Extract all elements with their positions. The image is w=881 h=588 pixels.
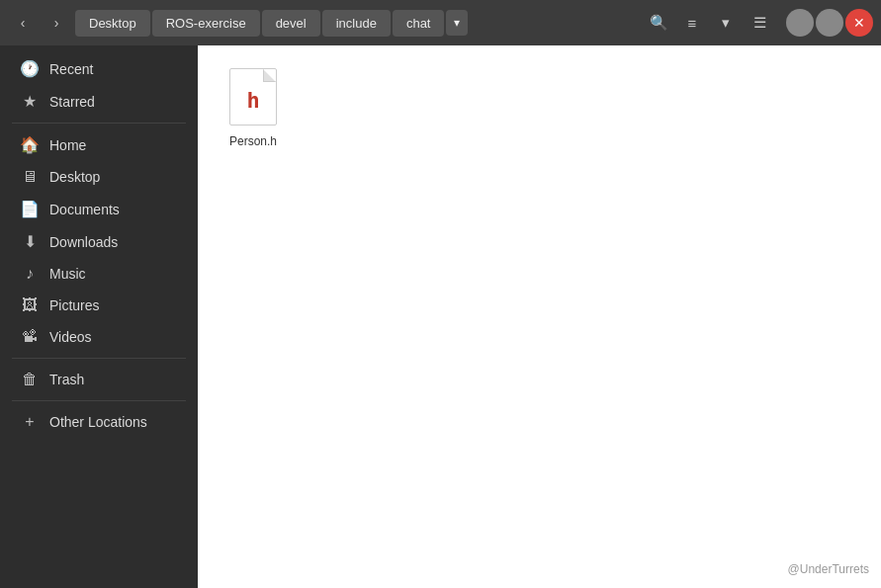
sidebar-item-trash-label: Trash bbox=[49, 372, 84, 387]
videos-icon: 📽 bbox=[20, 328, 40, 346]
desktop-icon: 🖥 bbox=[20, 168, 40, 186]
sidebar-item-pictures[interactable]: 🖼 Pictures bbox=[4, 291, 194, 320]
close-icon: ✕ bbox=[853, 15, 865, 31]
sidebar-item-music-label: Music bbox=[49, 266, 86, 282]
maximize-button[interactable]: □ bbox=[816, 9, 843, 37]
tab-include[interactable]: include bbox=[322, 10, 391, 37]
sidebar-item-videos[interactable]: 📽 Videos bbox=[4, 322, 194, 352]
sidebar-item-desktop-label: Desktop bbox=[49, 169, 100, 185]
sidebar-item-home[interactable]: 🏠 Home bbox=[4, 129, 194, 160]
sidebar-item-documents-label: Documents bbox=[49, 202, 120, 217]
main-content: 🕐 Recent ★ Starred 🏠 Home 🖥 Desktop 📄 Do… bbox=[0, 45, 881, 588]
nav-back-icon: ‹ bbox=[21, 15, 26, 31]
nav-forward-icon: › bbox=[54, 15, 59, 31]
sidebar-item-recent[interactable]: 🕐 Recent bbox=[4, 53, 194, 84]
tab-ros-exercise[interactable]: ROS-exercise bbox=[152, 10, 260, 37]
file-type-badge: h bbox=[246, 88, 259, 113]
file-icon-body: h bbox=[229, 68, 277, 126]
maximize-icon: □ bbox=[826, 16, 834, 31]
file-icon-person-h: h bbox=[226, 65, 280, 128]
sidebar-item-starred-label: Starred bbox=[49, 94, 95, 110]
minimize-button[interactable]: — bbox=[786, 9, 814, 37]
view-options-button[interactable]: ▾ bbox=[711, 8, 741, 38]
sidebar-item-downloads-label: Downloads bbox=[49, 234, 118, 250]
sidebar-item-trash[interactable]: 🗑 Trash bbox=[4, 365, 194, 394]
sidebar-item-pictures-label: Pictures bbox=[49, 297, 100, 313]
tab-desktop[interactable]: Desktop bbox=[75, 10, 150, 37]
watermark: @UnderTurrets bbox=[788, 562, 869, 576]
documents-icon: 📄 bbox=[20, 200, 40, 218]
list-item[interactable]: h Person.h bbox=[214, 61, 293, 152]
titlebar-actions: 🔍 ≡ ▾ ☰ bbox=[644, 8, 774, 38]
menu-button[interactable]: ☰ bbox=[745, 8, 774, 38]
sidebar-divider-1 bbox=[12, 123, 186, 124]
sidebar-item-documents[interactable]: 📄 Documents bbox=[4, 194, 194, 224]
file-area: h Person.h @UnderTurrets bbox=[198, 45, 881, 588]
view-options-icon: ▾ bbox=[722, 14, 730, 32]
sidebar-item-videos-label: Videos bbox=[49, 329, 92, 345]
breadcrumb-tabs: Desktop ROS-exercise devel include chat … bbox=[75, 10, 640, 37]
titlebar: ‹ › Desktop ROS-exercise devel include c… bbox=[0, 0, 881, 45]
tab-devel[interactable]: devel bbox=[262, 10, 320, 37]
sidebar: 🕐 Recent ★ Starred 🏠 Home 🖥 Desktop 📄 Do… bbox=[0, 45, 198, 588]
sidebar-item-home-label: Home bbox=[49, 137, 86, 153]
sidebar-item-downloads[interactable]: ⬇ Downloads bbox=[4, 226, 194, 257]
tab-dropdown-button[interactable]: ▾ bbox=[446, 10, 468, 36]
other-locations-icon: + bbox=[20, 413, 40, 431]
nav-back-button[interactable]: ‹ bbox=[8, 8, 38, 38]
music-icon: ♪ bbox=[20, 265, 40, 283]
sidebar-item-recent-label: Recent bbox=[49, 61, 93, 77]
downloads-icon: ⬇ bbox=[20, 232, 40, 251]
sidebar-item-other-locations-label: Other Locations bbox=[49, 414, 147, 430]
minimize-icon: — bbox=[794, 16, 807, 31]
starred-icon: ★ bbox=[20, 92, 40, 111]
home-icon: 🏠 bbox=[20, 135, 40, 154]
sidebar-item-starred[interactable]: ★ Starred bbox=[4, 86, 194, 117]
pictures-icon: 🖼 bbox=[20, 296, 40, 314]
tab-chat[interactable]: chat bbox=[393, 10, 445, 37]
sidebar-divider-3 bbox=[12, 400, 186, 401]
search-icon: 🔍 bbox=[650, 14, 668, 32]
nav-forward-button[interactable]: › bbox=[42, 8, 71, 38]
list-view-icon: ≡ bbox=[688, 15, 697, 32]
sidebar-item-music[interactable]: ♪ Music bbox=[4, 259, 194, 289]
search-button[interactable]: 🔍 bbox=[644, 8, 673, 38]
trash-icon: 🗑 bbox=[20, 371, 40, 388]
list-view-button[interactable]: ≡ bbox=[677, 8, 707, 38]
sidebar-item-desktop[interactable]: 🖥 Desktop bbox=[4, 162, 194, 192]
menu-icon: ☰ bbox=[753, 14, 766, 32]
close-button[interactable]: ✕ bbox=[845, 9, 873, 37]
sidebar-item-other-locations[interactable]: + Other Locations bbox=[4, 407, 194, 437]
recent-icon: 🕐 bbox=[20, 59, 40, 78]
sidebar-divider-2 bbox=[12, 358, 186, 359]
file-name: Person.h bbox=[229, 134, 277, 148]
window-controls: — □ ✕ bbox=[786, 9, 873, 37]
file-grid: h Person.h bbox=[214, 61, 865, 152]
